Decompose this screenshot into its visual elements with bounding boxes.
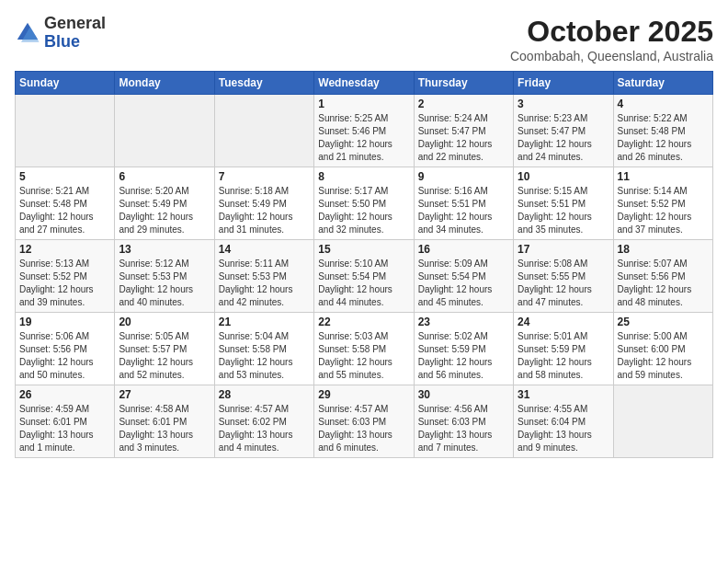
day-number: 19	[19, 316, 110, 328]
logo-icon	[15, 20, 40, 46]
calendar-cell: 20Sunrise: 5:05 AMSunset: 5:57 PMDayligh…	[115, 313, 214, 385]
day-number: 27	[119, 388, 210, 401]
weekday-header: Saturday	[613, 72, 712, 95]
weekday-header: Sunday	[16, 72, 115, 95]
calendar-cell: 21Sunrise: 5:04 AMSunset: 5:58 PMDayligh…	[214, 313, 313, 385]
day-info: Sunrise: 5:23 AMSunset: 5:47 PMDaylight:…	[518, 112, 609, 164]
day-number: 13	[119, 243, 210, 256]
day-number: 25	[618, 316, 709, 328]
day-number: 11	[618, 170, 709, 183]
calendar-cell: 31Sunrise: 4:55 AMSunset: 6:04 PMDayligh…	[514, 385, 613, 458]
calendar-cell: 12Sunrise: 5:13 AMSunset: 5:52 PMDayligh…	[16, 240, 115, 313]
day-number: 7	[219, 170, 310, 183]
calendar-cell: 18Sunrise: 5:07 AMSunset: 5:56 PMDayligh…	[613, 240, 712, 313]
day-info: Sunrise: 4:56 AMSunset: 6:03 PMDaylight:…	[418, 403, 509, 454]
calendar-cell: 26Sunrise: 4:59 AMSunset: 6:01 PMDayligh…	[16, 385, 115, 458]
day-info: Sunrise: 5:01 AMSunset: 5:59 PMDaylight:…	[518, 330, 609, 382]
calendar-cell: 11Sunrise: 5:14 AMSunset: 5:52 PMDayligh…	[613, 167, 712, 240]
calendar-cell: 13Sunrise: 5:12 AMSunset: 5:53 PMDayligh…	[115, 240, 214, 313]
day-info: Sunrise: 5:08 AMSunset: 5:55 PMDaylight:…	[518, 258, 609, 309]
logo: General Blue	[15, 15, 106, 52]
weekday-header: Monday	[115, 72, 214, 95]
header: General Blue October 2025 Coombabah, Que…	[15, 15, 713, 63]
day-number: 21	[219, 316, 310, 328]
day-number: 30	[418, 388, 509, 401]
calendar-cell: 1Sunrise: 5:25 AMSunset: 5:46 PMDaylight…	[314, 95, 414, 167]
day-info: Sunrise: 5:21 AMSunset: 5:48 PMDaylight:…	[19, 185, 110, 236]
calendar-week-row: 26Sunrise: 4:59 AMSunset: 6:01 PMDayligh…	[16, 385, 713, 458]
day-number: 23	[418, 316, 509, 328]
day-number: 3	[518, 98, 609, 110]
day-info: Sunrise: 5:20 AMSunset: 5:49 PMDaylight:…	[119, 185, 210, 236]
day-number: 20	[119, 316, 210, 328]
day-number: 5	[19, 170, 110, 183]
day-info: Sunrise: 5:25 AMSunset: 5:46 PMDaylight:…	[318, 112, 409, 164]
calendar-cell	[214, 95, 313, 167]
day-number: 10	[518, 170, 609, 183]
calendar-cell: 2Sunrise: 5:24 AMSunset: 5:47 PMDaylight…	[414, 95, 513, 167]
weekday-header-row: SundayMondayTuesdayWednesdayThursdayFrid…	[16, 72, 713, 95]
calendar-cell: 4Sunrise: 5:22 AMSunset: 5:48 PMDaylight…	[613, 95, 712, 167]
day-number: 22	[318, 316, 409, 328]
calendar-week-row: 5Sunrise: 5:21 AMSunset: 5:48 PMDaylight…	[16, 167, 713, 240]
logo-general: General	[44, 14, 106, 32]
day-info: Sunrise: 5:12 AMSunset: 5:53 PMDaylight:…	[119, 258, 210, 309]
day-number: 26	[19, 388, 110, 401]
day-number: 1	[318, 98, 409, 110]
day-info: Sunrise: 5:17 AMSunset: 5:50 PMDaylight:…	[318, 185, 409, 236]
calendar-cell	[16, 95, 115, 167]
calendar-cell: 8Sunrise: 5:17 AMSunset: 5:50 PMDaylight…	[314, 167, 414, 240]
day-number: 16	[418, 243, 509, 256]
calendar-cell: 3Sunrise: 5:23 AMSunset: 5:47 PMDaylight…	[514, 95, 613, 167]
day-number: 4	[618, 98, 709, 110]
day-info: Sunrise: 5:03 AMSunset: 5:58 PMDaylight:…	[318, 330, 409, 382]
calendar-cell: 23Sunrise: 5:02 AMSunset: 5:59 PMDayligh…	[414, 313, 513, 385]
day-number: 24	[518, 316, 609, 328]
calendar-week-row: 1Sunrise: 5:25 AMSunset: 5:46 PMDaylight…	[16, 95, 713, 167]
day-number: 15	[318, 243, 409, 256]
day-number: 14	[219, 243, 310, 256]
day-info: Sunrise: 5:22 AMSunset: 5:48 PMDaylight:…	[618, 112, 709, 164]
day-info: Sunrise: 5:13 AMSunset: 5:52 PMDaylight:…	[19, 258, 110, 309]
day-number: 6	[119, 170, 210, 183]
calendar-cell: 10Sunrise: 5:15 AMSunset: 5:51 PMDayligh…	[514, 167, 613, 240]
calendar-cell	[613, 385, 712, 458]
calendar-cell: 5Sunrise: 5:21 AMSunset: 5:48 PMDaylight…	[16, 167, 115, 240]
weekday-header: Tuesday	[214, 72, 313, 95]
logo-text: General Blue	[44, 15, 106, 52]
weekday-header: Friday	[514, 72, 613, 95]
day-number: 2	[418, 98, 509, 110]
calendar-cell: 28Sunrise: 4:57 AMSunset: 6:02 PMDayligh…	[214, 385, 313, 458]
location: Coombabah, Queensland, Australia	[510, 49, 713, 63]
day-info: Sunrise: 5:02 AMSunset: 5:59 PMDaylight:…	[418, 330, 509, 382]
calendar-cell: 15Sunrise: 5:10 AMSunset: 5:54 PMDayligh…	[314, 240, 414, 313]
logo-blue: Blue	[44, 32, 80, 51]
calendar-cell: 14Sunrise: 5:11 AMSunset: 5:53 PMDayligh…	[214, 240, 313, 313]
day-info: Sunrise: 5:07 AMSunset: 5:56 PMDaylight:…	[618, 258, 709, 309]
day-info: Sunrise: 4:57 AMSunset: 6:03 PMDaylight:…	[318, 403, 409, 454]
calendar-week-row: 19Sunrise: 5:06 AMSunset: 5:56 PMDayligh…	[16, 313, 713, 385]
calendar-cell: 9Sunrise: 5:16 AMSunset: 5:51 PMDaylight…	[414, 167, 513, 240]
day-info: Sunrise: 5:11 AMSunset: 5:53 PMDaylight:…	[219, 258, 310, 309]
day-info: Sunrise: 5:05 AMSunset: 5:57 PMDaylight:…	[119, 330, 210, 382]
weekday-header: Thursday	[414, 72, 513, 95]
day-info: Sunrise: 5:18 AMSunset: 5:49 PMDaylight:…	[219, 185, 310, 236]
calendar-cell: 16Sunrise: 5:09 AMSunset: 5:54 PMDayligh…	[414, 240, 513, 313]
month-title: October 2025	[510, 15, 713, 49]
day-number: 18	[618, 243, 709, 256]
calendar-cell: 30Sunrise: 4:56 AMSunset: 6:03 PMDayligh…	[414, 385, 513, 458]
day-info: Sunrise: 5:15 AMSunset: 5:51 PMDaylight:…	[518, 185, 609, 236]
day-number: 28	[219, 388, 310, 401]
calendar-cell	[115, 95, 214, 167]
day-number: 29	[318, 388, 409, 401]
day-info: Sunrise: 5:10 AMSunset: 5:54 PMDaylight:…	[318, 258, 409, 309]
day-info: Sunrise: 5:16 AMSunset: 5:51 PMDaylight:…	[418, 185, 509, 236]
day-info: Sunrise: 5:24 AMSunset: 5:47 PMDaylight:…	[418, 112, 509, 164]
day-number: 12	[19, 243, 110, 256]
day-info: Sunrise: 4:55 AMSunset: 6:04 PMDaylight:…	[518, 403, 609, 454]
day-number: 8	[318, 170, 409, 183]
day-info: Sunrise: 4:57 AMSunset: 6:02 PMDaylight:…	[219, 403, 310, 454]
day-info: Sunrise: 4:59 AMSunset: 6:01 PMDaylight:…	[19, 403, 110, 454]
calendar-cell: 19Sunrise: 5:06 AMSunset: 5:56 PMDayligh…	[16, 313, 115, 385]
calendar-cell: 29Sunrise: 4:57 AMSunset: 6:03 PMDayligh…	[314, 385, 414, 458]
